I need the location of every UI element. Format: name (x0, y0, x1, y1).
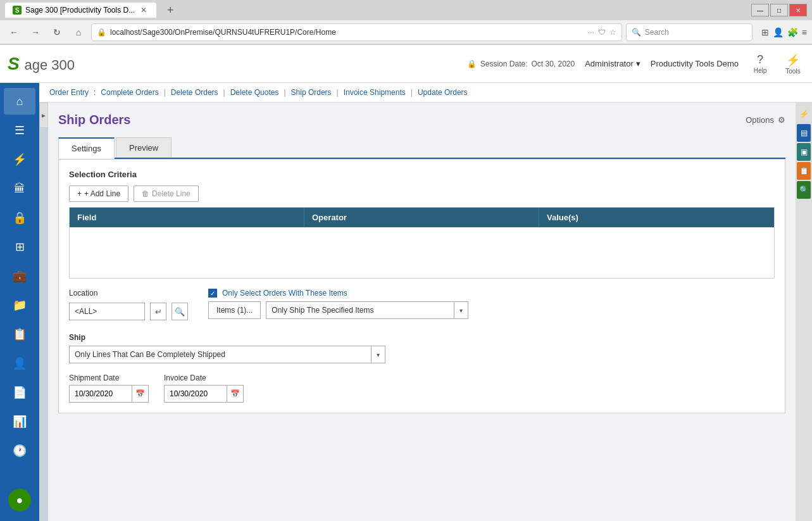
maximize-btn[interactable]: □ (770, 4, 788, 16)
sidebar-item-user[interactable]: 👤 (4, 350, 35, 377)
col-values: Value(s) (539, 208, 774, 227)
browser-tab[interactable]: S Sage 300 [Productivity Tools D... ✕ (5, 3, 156, 18)
tab-settings[interactable]: Settings (58, 137, 115, 159)
extensions-icon[interactable]: ⊞ (761, 27, 769, 37)
ship-dropdown-arrow[interactable]: ▾ (371, 346, 385, 363)
breadcrumb-sep: : (94, 88, 96, 97)
ship-specified-text: Only Ship The Specified Items (266, 303, 454, 317)
main-layout: ⌂ ☰ ⚡ 🏛 🔒 ⊞ 💼 📁 📋 👤 📄 📊 🕐 ● Order Entry … (0, 83, 812, 521)
sidebar-item-list[interactable]: 📋 (4, 321, 35, 348)
address-bar[interactable]: 🔒 localhost/Sage300/OnPremise/QURNSU4tUF… (91, 23, 622, 41)
sidebar-item-bank[interactable]: 🏛 (4, 175, 35, 202)
breadcrumb-order-entry[interactable]: Order Entry (49, 88, 89, 97)
sidebar-item-home[interactable]: ⌂ (4, 88, 35, 115)
breadcrumb-delete-quotes[interactable]: Delete Quotes (230, 88, 279, 97)
help-btn[interactable]: ? Help (749, 53, 771, 75)
shipment-date-field: Shipment Date 📅 (69, 373, 149, 403)
ship-dropdown-value: Only Lines That Can Be Completely Shippe… (70, 348, 371, 361)
breadcrumb-sep3: | (223, 88, 225, 97)
items-section: ✓ Only Select Orders With These Items It… (208, 289, 468, 319)
breadcrumb-update-orders[interactable]: Update Orders (418, 88, 468, 97)
sidebar: ⌂ ☰ ⚡ 🏛 🔒 ⊞ 💼 📁 📋 👤 📄 📊 🕐 ● (0, 83, 39, 521)
tools-btn[interactable]: ⚡ Tools (782, 53, 804, 75)
home-nav-btn[interactable]: ⌂ (70, 23, 87, 41)
breadcrumb-invoice-shipments[interactable]: Invoice Shipments (344, 88, 406, 97)
account-icon[interactable]: 👤 (773, 27, 784, 37)
lightning-icon: ⚡ (786, 53, 800, 67)
right-btn-teal[interactable]: ▣ (797, 143, 811, 161)
items-btn[interactable]: Items (1)... (208, 301, 261, 319)
tabs: Settings Preview (58, 137, 785, 159)
location-return-btn[interactable]: ↵ (150, 303, 166, 320)
add-line-btn[interactable]: + + Add Line (69, 185, 128, 202)
close-btn[interactable]: ✕ (789, 4, 807, 16)
sidebar-item-doc[interactable]: 📄 (4, 379, 35, 406)
breadcrumb-sep4: | (284, 88, 285, 97)
ship-label: Ship (69, 333, 775, 342)
sidebar-item-menu[interactable]: ☰ (4, 117, 35, 144)
page-title-row: Ship Orders Options ⚙ (58, 113, 785, 127)
breadcrumb-ship-orders[interactable]: Ship Orders (291, 88, 332, 97)
lock-small-icon: 🔒 (467, 60, 477, 68)
collapse-btn[interactable]: ► (39, 103, 48, 128)
col-operator: Operator (304, 208, 539, 227)
content-area: Ship Orders Options ⚙ Settings Preview (48, 103, 796, 521)
sidebar-item-report[interactable]: 📊 (4, 408, 35, 435)
app-header: S age 300 🔒 Session Date: Oct 30, 2020 A… (0, 45, 812, 83)
sidebar-item-lock[interactable]: 🔒 (4, 204, 35, 231)
sidebar-item-briefcase[interactable]: 💼 (4, 263, 35, 289)
search-icon: 🔍 (632, 28, 641, 37)
shipment-date-input[interactable] (69, 385, 132, 403)
ship-dropdown[interactable]: Only Lines That Can Be Completely Shippe… (69, 346, 385, 363)
right-btn-blue[interactable]: ▤ (797, 124, 811, 142)
minimize-btn[interactable]: — (751, 4, 769, 16)
location-search-btn[interactable]: 🔍 (172, 303, 188, 320)
new-tab-btn[interactable]: + (161, 1, 179, 19)
ship-specified-select[interactable]: Only Ship The Specified Items ▾ (266, 301, 468, 319)
add-line-label: + Add Line (84, 189, 120, 198)
help-icon: ? (757, 53, 763, 66)
sidebar-item-folder[interactable]: 📁 (4, 292, 35, 318)
sidebar-item-status[interactable]: ● (8, 489, 31, 512)
invoice-date-input[interactable] (164, 385, 227, 403)
right-btn-green[interactable]: 🔍 (797, 181, 811, 199)
breadcrumb-delete-orders[interactable]: Delete Orders (171, 88, 218, 97)
location-input[interactable] (69, 303, 145, 320)
location-section: Location ↵ 🔍 ✓ Only Select (69, 289, 775, 320)
page-content: Ship Orders Options ⚙ Settings Preview (48, 103, 796, 424)
sage-logo: S age 300 (8, 54, 75, 74)
sidebar-item-grid[interactable]: ⊞ (4, 234, 35, 260)
right-btn-orange[interactable]: 📋 (797, 162, 811, 180)
tab-close-btn[interactable]: ✕ (139, 5, 149, 15)
window-controls: — □ ✕ (751, 4, 807, 16)
only-select-checkbox[interactable]: ✓ (208, 289, 217, 298)
shipment-date-calendar-btn[interactable]: 📅 (132, 385, 149, 403)
delete-line-btn[interactable]: 🗑 Delete Line (134, 185, 199, 202)
puzzle-icon[interactable]: 🧩 (787, 27, 798, 37)
selection-grid: Field Operator Value(s) (69, 207, 775, 279)
options-label: Options (746, 115, 774, 125)
nav-bar: ← → ↻ ⌂ 🔒 localhost/Sage300/OnPremise/QU… (0, 20, 812, 44)
breadcrumb-complete-orders[interactable]: Complete Orders (101, 88, 158, 97)
session-date: 🔒 Session Date: Oct 30, 2020 (467, 60, 575, 68)
menu-icon[interactable]: ≡ (802, 27, 807, 37)
options-btn[interactable]: Options ⚙ (746, 115, 785, 125)
location-input-row: ↵ 🔍 (69, 303, 188, 320)
right-panel: ⚡ ▤ ▣ 📋 🔍 (796, 103, 812, 521)
sidebar-item-clock[interactable]: 🕐 (4, 437, 35, 464)
breadcrumb-sep6: | (411, 88, 413, 97)
location-field: Location ↵ 🔍 (69, 289, 188, 320)
right-btn-lightning[interactable]: ⚡ (797, 105, 811, 123)
forward-btn[interactable]: → (27, 23, 44, 41)
tab-preview[interactable]: Preview (116, 137, 172, 158)
trash-icon: 🗑 (142, 189, 149, 198)
sidebar-item-activity[interactable]: ⚡ (4, 146, 35, 173)
table-toolbar: + + Add Line 🗑 Delete Line (69, 185, 775, 202)
search-bar[interactable]: 🔍 Search (626, 23, 753, 41)
refresh-btn[interactable]: ↻ (48, 23, 66, 41)
invoice-date-calendar-btn[interactable]: 📅 (227, 385, 244, 403)
grid-body (70, 227, 774, 278)
ship-specified-arrow[interactable]: ▾ (454, 302, 468, 318)
back-btn[interactable]: ← (5, 23, 23, 41)
admin-dropdown[interactable]: Administrator ▾ (585, 59, 640, 68)
